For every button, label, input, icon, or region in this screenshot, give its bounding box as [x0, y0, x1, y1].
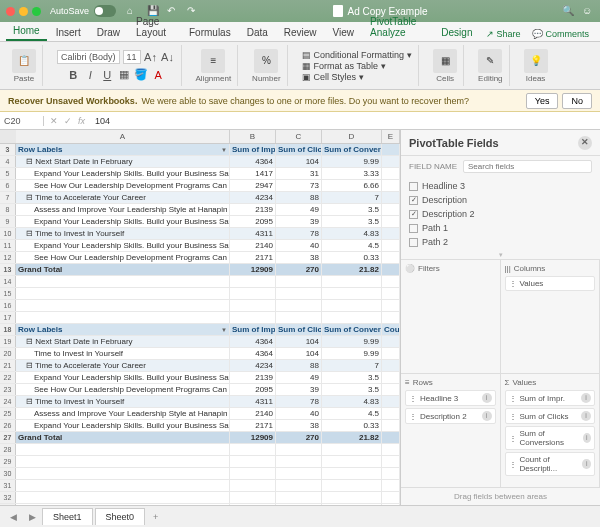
- field-search-input[interactable]: [463, 160, 592, 173]
- table-row[interactable]: 29: [0, 456, 400, 468]
- sheet-tab-0[interactable]: Sheet0: [95, 508, 146, 525]
- cancel-fx-icon[interactable]: ✕: [50, 116, 58, 126]
- recover-no-button[interactable]: No: [562, 93, 592, 109]
- table-row[interactable]: 26Expand Your Leadership Skills. Build y…: [0, 420, 400, 432]
- increase-font-icon[interactable]: A↑: [144, 50, 158, 64]
- font-color-icon[interactable]: A: [151, 68, 165, 82]
- table-row[interactable]: 20Time to Invest in Yourself43641049.99: [0, 348, 400, 360]
- table-header-row[interactable]: 3Row LabelsSum of Impr.Sum of ClicksSum …: [0, 144, 400, 156]
- checkbox-icon[interactable]: [409, 238, 418, 247]
- select-all-corner[interactable]: [0, 130, 16, 143]
- checkbox-icon[interactable]: ✓: [409, 210, 418, 219]
- rows-area[interactable]: ≡Rows ⋮Headline 3i ⋮Description 2i: [401, 374, 501, 488]
- autosave-toggle[interactable]: [94, 5, 116, 17]
- table-row[interactable]: 23See How Our Leadership Development Pro…: [0, 384, 400, 396]
- confirm-fx-icon[interactable]: ✓: [64, 116, 72, 126]
- editing-button[interactable]: ✎: [478, 49, 502, 73]
- field-checkbox-row[interactable]: Path 2: [401, 235, 600, 249]
- home-icon[interactable]: ⌂: [127, 5, 139, 17]
- table-row[interactable]: 8Assess and Improve Your Leadership Styl…: [0, 204, 400, 216]
- table-row[interactable]: 7⊟ Time to Accelerate Your Career4234887: [0, 192, 400, 204]
- field-checkbox-row[interactable]: Headline 3: [401, 179, 600, 193]
- tab-data[interactable]: Data: [240, 24, 275, 41]
- recover-yes-button[interactable]: Yes: [526, 93, 559, 109]
- ideas-button[interactable]: 💡: [524, 49, 548, 73]
- font-size-select[interactable]: 11: [123, 50, 141, 64]
- close-window-button[interactable]: [6, 7, 15, 16]
- table-row[interactable]: 33: [0, 504, 400, 505]
- search-icon[interactable]: 🔍: [562, 5, 574, 17]
- formula-input[interactable]: 104: [91, 116, 600, 126]
- decrease-font-icon[interactable]: A↓: [161, 50, 175, 64]
- tab-formulas[interactable]: Formulas: [182, 24, 238, 41]
- cell-reference-input[interactable]: C20: [0, 116, 44, 126]
- user-icon[interactable]: ☺: [582, 5, 594, 17]
- table-row[interactable]: 10⊟ Time to Invest in Yourself4311784.83: [0, 228, 400, 240]
- tab-home[interactable]: Home: [6, 22, 47, 41]
- tab-insert[interactable]: Insert: [49, 24, 88, 41]
- table-row[interactable]: 16: [0, 300, 400, 312]
- undo-icon[interactable]: ↶: [167, 5, 179, 17]
- columns-area[interactable]: |||Columns ⋮Values: [501, 260, 601, 374]
- checkbox-icon[interactable]: [409, 182, 418, 191]
- col-header-a[interactable]: A: [16, 130, 230, 143]
- cell-styles-button[interactable]: ▣ Cell Styles ▾: [302, 72, 365, 82]
- italic-icon[interactable]: I: [83, 68, 97, 82]
- tab-pivot-analyze[interactable]: PivotTable Analyze: [363, 13, 432, 41]
- field-checkbox-row[interactable]: Path 1: [401, 221, 600, 235]
- fill-color-icon[interactable]: 🪣: [134, 68, 148, 82]
- tab-page-layout[interactable]: Page Layout: [129, 13, 180, 41]
- values-area[interactable]: ΣValues ⋮Sum of Impr.i ⋮Sum of Clicksi ⋮…: [501, 374, 601, 488]
- spreadsheet-grid[interactable]: A B C D E 3Row LabelsSum of Impr.Sum of …: [0, 130, 400, 505]
- table-row[interactable]: 9Expand Your Leadership Skills. Build yo…: [0, 216, 400, 228]
- tab-view[interactable]: View: [326, 24, 362, 41]
- table-row[interactable]: 28: [0, 444, 400, 456]
- alignment-button[interactable]: ≡: [201, 49, 225, 73]
- fx-icon[interactable]: fx: [78, 116, 85, 126]
- col-header-e[interactable]: E: [382, 130, 400, 143]
- underline-icon[interactable]: U: [100, 68, 114, 82]
- table-row[interactable]: 4⊟ Next Start Date in February43641049.9…: [0, 156, 400, 168]
- checkbox-icon[interactable]: ✓: [409, 196, 418, 205]
- maximize-window-button[interactable]: [32, 7, 41, 16]
- add-sheet-button[interactable]: +: [147, 509, 164, 525]
- table-row[interactable]: 25Assess and Improve Your Leadership Sty…: [0, 408, 400, 420]
- table-row[interactable]: 15: [0, 288, 400, 300]
- paste-button[interactable]: 📋: [12, 49, 36, 73]
- table-row[interactable]: 22Expand Your Leadership Skills. Build y…: [0, 372, 400, 384]
- cells-button[interactable]: ▦: [433, 49, 457, 73]
- table-row[interactable]: 24⊟ Time to Invest in Yourself4311784.83: [0, 396, 400, 408]
- table-row[interactable]: 30: [0, 468, 400, 480]
- comments-button[interactable]: 💬 Comments: [527, 27, 594, 41]
- col-header-d[interactable]: D: [322, 130, 382, 143]
- redo-icon[interactable]: ↷: [187, 5, 199, 17]
- table-row[interactable]: 32: [0, 492, 400, 504]
- border-icon[interactable]: ▦: [117, 68, 131, 82]
- table-row[interactable]: 5Expand Your Leadership Skills. Build yo…: [0, 168, 400, 180]
- format-as-table-button[interactable]: ▦ Format as Table ▾: [302, 61, 386, 71]
- save-icon[interactable]: 💾: [147, 5, 159, 17]
- table-row[interactable]: 12See How Our Leadership Development Pro…: [0, 252, 400, 264]
- field-checkbox-row[interactable]: ✓Description 2: [401, 207, 600, 221]
- filters-area[interactable]: ⚪Filters: [401, 260, 501, 374]
- table-row[interactable]: 19⊟ Next Start Date in February43641049.…: [0, 336, 400, 348]
- tab-design[interactable]: Design: [434, 24, 479, 41]
- conditional-formatting-button[interactable]: ▤ Conditional Formatting ▾: [302, 50, 413, 60]
- tab-draw[interactable]: Draw: [90, 24, 127, 41]
- col-header-c[interactable]: C: [276, 130, 322, 143]
- table-row[interactable]: 14: [0, 276, 400, 288]
- panel-close-button[interactable]: ✕: [578, 136, 592, 150]
- bold-icon[interactable]: B: [66, 68, 80, 82]
- table-row[interactable]: 21⊟ Time to Accelerate Your Career423488…: [0, 360, 400, 372]
- table-row[interactable]: 31: [0, 480, 400, 492]
- share-button[interactable]: ↗ Share: [481, 27, 525, 41]
- font-name-select[interactable]: Calibri (Body): [57, 50, 120, 64]
- number-format-button[interactable]: %: [254, 49, 278, 73]
- table-row[interactable]: 17: [0, 312, 400, 324]
- minimize-window-button[interactable]: [19, 7, 28, 16]
- table-row[interactable]: 11Expand Your Leadership Skills. Build y…: [0, 240, 400, 252]
- sheet-nav-next[interactable]: ▶: [23, 509, 42, 525]
- field-checkbox-row[interactable]: ✓Description: [401, 193, 600, 207]
- tab-review[interactable]: Review: [277, 24, 324, 41]
- sheet-tab-1[interactable]: Sheet1: [42, 508, 93, 525]
